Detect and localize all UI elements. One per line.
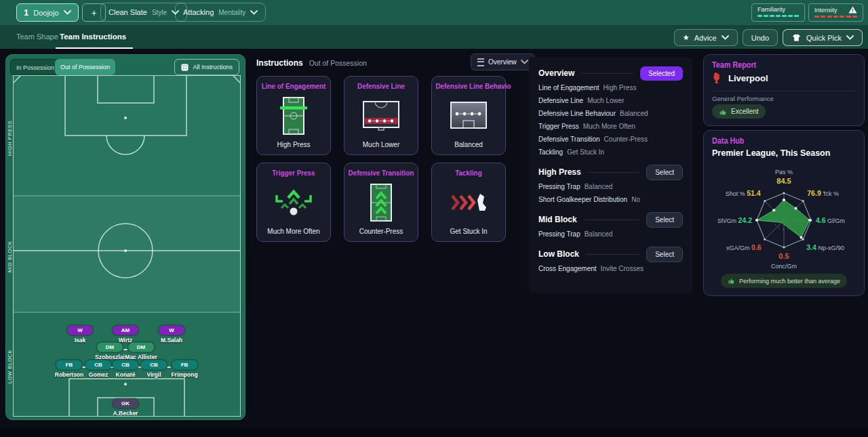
instruction-card-trigger-press[interactable]: Trigger PressMuch More Often (256, 163, 331, 242)
list-view-icon (477, 58, 484, 66)
position-badge[interactable]: W (159, 326, 184, 335)
svg-text:xGA/Gm 0.6: xGA/Gm 0.6 (726, 243, 762, 251)
svg-text:84.5: 84.5 (776, 177, 791, 185)
chevron-down-icon (722, 35, 729, 40)
position-badge[interactable]: AM (113, 326, 138, 335)
star-icon: ★ (683, 33, 690, 42)
view-selector-dropdown[interactable]: Overview (471, 54, 535, 70)
svg-text:0.5: 0.5 (778, 252, 789, 260)
instruction-card-defensive-line-behavio[interactable]: Defensive Line BehavioBalanced (431, 76, 506, 155)
chevron-down-icon (250, 10, 258, 15)
tab-in-possession[interactable]: In Possession (10, 59, 60, 75)
tab-team-shape[interactable]: Team Shape (16, 25, 58, 49)
section-header-low-block: Low BlockSelect (529, 246, 692, 262)
select-button-mid-block[interactable]: Select (646, 212, 683, 228)
instruction-row: TacklingGet Stuck In (529, 146, 692, 159)
player-gomez: CBGomez (85, 357, 111, 378)
card-title: Defensive Transition (348, 169, 414, 177)
position-badge[interactable]: FB (56, 360, 82, 370)
card-value: Counter-Press (344, 228, 418, 235)
performance-summary-badge: Performing much better than average (721, 274, 847, 288)
instructions-title: Instructions (256, 58, 303, 68)
svg-text:Conc/Gm: Conc/Gm (771, 263, 797, 270)
position-badge[interactable]: W (67, 326, 93, 335)
tactics-pitch: WIsakAMWirtzWM.SalahDMSzoboszlaiDMMac Al… (13, 75, 241, 417)
card-title: Trigger Press (260, 169, 326, 177)
data-hub-title: Data Hub (712, 136, 744, 146)
top-bar: 1 Doojojo + Clean Slate Style Attacking … (0, 0, 868, 25)
select-button-high-press[interactable]: Select (646, 165, 683, 180)
card-title: Tackling (435, 169, 501, 177)
position-badge[interactable]: CB (141, 360, 167, 370)
instruction-row: Defensive Line BehaviourBalanced (529, 107, 692, 120)
section-title: Overview (538, 68, 574, 78)
svg-text:Pas %: Pas % (775, 169, 793, 175)
player-isak: WIsak (67, 322, 93, 344)
zone-label-high-press: HIGH PRESS (7, 115, 13, 162)
tab-out-of-possession[interactable]: Out of Possession (55, 59, 115, 75)
position-badge[interactable]: DM (97, 343, 123, 352)
position-badge[interactable]: CB (85, 360, 111, 370)
general-performance-label: General Performance (712, 95, 774, 102)
section-header-high-press: High PressSelect (529, 164, 692, 180)
position-badge[interactable]: GK (113, 399, 138, 409)
section-header-overview: OverviewSelected (529, 65, 692, 81)
svg-text:Sh/Gm 24.2: Sh/Gm 24.2 (717, 216, 752, 224)
style-dropdown[interactable]: Clean Slate Style (100, 3, 187, 22)
player-name: Gomez (85, 371, 111, 378)
divider (584, 220, 640, 220)
svg-text:Shot % 51.4: Shot % 51.4 (726, 189, 761, 197)
data-hub-panel: Data Hub Premier League, This Season Pas… (703, 130, 865, 296)
advice-button[interactable]: ★ Advice (674, 29, 738, 46)
instruction-card-line-of-engagement[interactable]: Line of EngagementHigh Press (256, 76, 331, 155)
player-abecker: GKA.Becker (113, 396, 138, 417)
instruction-card-tackling[interactable]: TacklingGet Stuck In (431, 163, 506, 242)
instruction-row: Defensive TransitionCounter-Press (529, 133, 692, 146)
trigger-press-icon (257, 177, 330, 228)
position-badge[interactable]: DM (128, 343, 154, 352)
divider (588, 172, 640, 173)
svg-text:3.4 Np-xG/90: 3.4 Np-xG/90 (806, 243, 844, 251)
quick-pick-button[interactable]: Quick Pick (783, 29, 863, 46)
bottom-strip (0, 428, 868, 437)
svg-text:4.6 Gl/Gm: 4.6 Gl/Gm (816, 216, 845, 224)
chevron-down-icon (846, 35, 854, 40)
tackling-icon (432, 177, 505, 228)
player-name: Virgil (141, 371, 167, 378)
player-name: A.Becker (113, 410, 138, 417)
select-button-low-block[interactable]: Select (646, 247, 683, 262)
checklist-icon (181, 64, 189, 71)
defensive-transition-icon (344, 177, 418, 228)
instructions-header: Instructions Out of Possession (256, 58, 367, 68)
position-badge[interactable]: FB (172, 360, 197, 370)
team-report-panel: Team Report Liverpool General Performanc… (703, 54, 865, 126)
card-value: Balanced (432, 141, 505, 148)
instruction-card-defensive-transition[interactable]: Defensive TransitionCounter-Press (344, 163, 418, 242)
nav-bar: Team Shape Team Instructions ★ Advice Un… (0, 25, 868, 49)
instruction-cards-grid: Line of EngagementHigh PressDefensive Li… (256, 76, 506, 242)
tab-team-instructions[interactable]: Team Instructions (60, 25, 126, 49)
card-value: Much Lower (344, 141, 418, 148)
undo-button[interactable]: Undo (743, 29, 778, 46)
section-title: Mid Block (538, 215, 577, 224)
thumbs-up-icon (719, 108, 727, 116)
instruction-detail-panel: OverviewSelectedLine of EngagementHigh P… (529, 57, 692, 293)
fm-team-instructions-screen: 1 Doojojo + Clean Slate Style Attacking … (0, 0, 868, 437)
instruction-row: Pressing TrapBalanced (529, 228, 692, 241)
chevron-down-icon (64, 10, 71, 15)
instruction-card-defensive-line[interactable]: Defensive LineMuch Lower (344, 76, 418, 155)
line-behaviour-icon (432, 90, 505, 141)
position-badge[interactable]: CB (113, 360, 138, 370)
section-title: High Press (538, 167, 581, 177)
team-selector-dropdown[interactable]: 1 Doojojo (16, 3, 79, 22)
instruction-row: Trigger PressMuch More Often (529, 120, 692, 133)
card-value: Get Stuck In (432, 228, 505, 235)
player-frimpong: FBFrimpong (171, 357, 197, 378)
instruction-row: Cross EngagementInvite Crosses (529, 262, 692, 275)
mentality-dropdown[interactable]: Attacking Mentality (175, 3, 266, 22)
selected-button-overview[interactable]: Selected (640, 66, 683, 81)
intensity-gauge (814, 16, 857, 18)
card-title: Defensive Line Behavio (435, 82, 501, 90)
all-instructions-button[interactable]: All Instructions (174, 59, 239, 75)
svg-text:76.9 Tck %: 76.9 Tck % (807, 189, 839, 197)
